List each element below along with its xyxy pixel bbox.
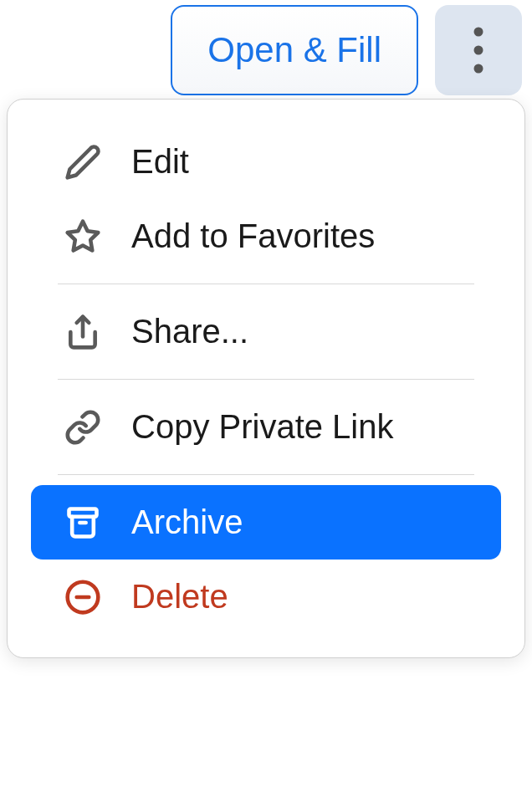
- menu-item-label: Share...: [131, 313, 248, 350]
- open-and-fill-button[interactable]: Open & Fill: [171, 5, 418, 95]
- menu-item-share[interactable]: Share...: [31, 294, 501, 369]
- menu-item-label: Copy Private Link: [131, 408, 393, 446]
- menu-item-label: Edit: [131, 143, 189, 181]
- menu-item-copy-link[interactable]: Copy Private Link: [31, 390, 501, 464]
- more-vertical-icon: [473, 27, 483, 74]
- menu-item-edit[interactable]: Edit: [31, 125, 501, 199]
- menu-item-label: Add to Favorites: [131, 217, 375, 255]
- menu-item-delete[interactable]: Delete: [31, 560, 501, 634]
- divider: [58, 474, 474, 475]
- share-icon: [64, 314, 101, 350]
- svg-point-2: [474, 64, 483, 74]
- svg-marker-3: [68, 221, 99, 250]
- menu-item-archive[interactable]: Archive: [31, 485, 501, 560]
- toolbar: Open & Fill: [0, 0, 532, 95]
- menu-item-label: Archive: [131, 503, 243, 541]
- delete-icon: [64, 579, 101, 616]
- svg-point-0: [474, 28, 483, 37]
- menu-item-label: Delete: [131, 578, 228, 616]
- archive-icon: [64, 504, 101, 541]
- link-icon: [64, 409, 101, 446]
- star-icon: [64, 218, 101, 255]
- more-options-button[interactable]: [435, 5, 522, 95]
- svg-point-1: [474, 46, 483, 55]
- divider: [58, 284, 474, 284]
- menu-item-favorites[interactable]: Add to Favorites: [31, 199, 501, 273]
- divider: [58, 379, 474, 380]
- dropdown-menu: Edit Add to Favorites Share... Co: [7, 99, 525, 658]
- pencil-icon: [64, 144, 101, 181]
